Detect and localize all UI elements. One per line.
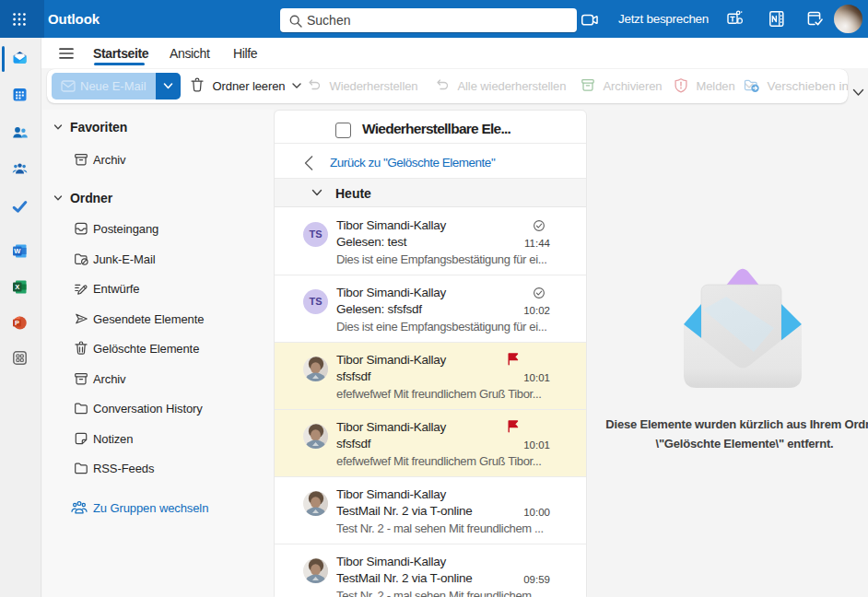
svg-text:X: X: [15, 282, 19, 290]
svg-text:W: W: [14, 246, 21, 254]
svg-text:P: P: [15, 319, 19, 327]
